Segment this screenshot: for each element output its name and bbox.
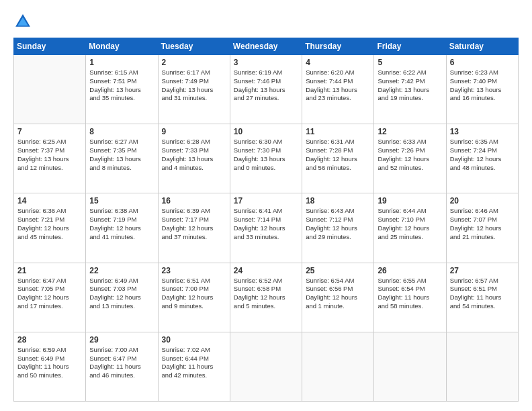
cell-info: and 50 minutes. <box>17 371 82 380</box>
cell-info: Sunset: 7:03 PM <box>89 285 154 293</box>
day-number: 24 <box>234 266 298 275</box>
calendar-cell <box>230 332 302 401</box>
logo-icon <box>13 12 32 31</box>
cell-info: Sunrise: 6:49 AM <box>89 277 154 285</box>
cell-info: Daylight: 12 hours <box>89 224 154 233</box>
cell-info: Sunrise: 6:30 AM <box>234 138 298 146</box>
day-number: 17 <box>234 196 298 205</box>
cell-info: Daylight: 13 hours <box>162 155 226 164</box>
day-number: 12 <box>378 127 442 136</box>
day-number: 8 <box>89 127 154 136</box>
cell-info: and 0 minutes. <box>234 164 298 173</box>
cell-info: Sunrise: 6:23 AM <box>450 68 515 77</box>
cell-info: Sunset: 6:47 PM <box>89 355 154 363</box>
cell-info: and 45 minutes. <box>17 233 82 242</box>
cell-info: Daylight: 11 hours <box>162 363 226 371</box>
cell-info: and 25 minutes. <box>378 233 442 242</box>
calendar-cell: 13Sunrise: 6:35 AMSunset: 7:24 PMDayligh… <box>446 124 518 193</box>
cell-info: Daylight: 13 hours <box>450 86 515 95</box>
calendar-cell: 29Sunrise: 7:00 AMSunset: 6:47 PMDayligh… <box>86 332 158 401</box>
cell-info: Sunrise: 6:54 AM <box>306 277 370 285</box>
calendar-cell <box>14 55 86 124</box>
calendar-cell: 12Sunrise: 6:33 AMSunset: 7:26 PMDayligh… <box>374 124 446 193</box>
day-number: 23 <box>162 266 226 275</box>
weekday-header-tuesday: Tuesday <box>158 38 230 55</box>
cell-info: Sunrise: 6:38 AM <box>89 207 154 216</box>
weekday-header-wednesday: Wednesday <box>230 38 302 55</box>
day-number: 22 <box>89 266 154 275</box>
cell-info: Sunset: 7:42 PM <box>378 77 442 86</box>
calendar-table: SundayMondayTuesdayWednesdayThursdayFrid… <box>13 38 519 402</box>
day-number: 13 <box>450 127 515 136</box>
weekday-header-sunday: Sunday <box>14 38 86 55</box>
day-number: 30 <box>162 335 226 345</box>
cell-info: Sunrise: 6:57 AM <box>450 277 515 285</box>
cell-info: Daylight: 12 hours <box>306 224 370 233</box>
cell-info: Sunrise: 6:41 AM <box>234 207 298 216</box>
cell-info: Daylight: 12 hours <box>234 224 298 233</box>
cell-info: Sunrise: 6:31 AM <box>306 138 370 146</box>
cell-info: Daylight: 12 hours <box>89 293 154 302</box>
cell-info: Daylight: 12 hours <box>17 293 82 302</box>
cell-info: and 8 minutes. <box>89 164 154 173</box>
day-number: 15 <box>89 196 154 205</box>
day-number: 19 <box>378 196 442 205</box>
calendar-cell: 23Sunrise: 6:51 AMSunset: 7:00 PMDayligh… <box>158 263 230 332</box>
cell-info: Sunset: 7:28 PM <box>306 146 370 155</box>
cell-info: Sunrise: 7:02 AM <box>162 346 226 355</box>
calendar-cell: 6Sunrise: 6:23 AMSunset: 7:40 PMDaylight… <box>446 55 518 124</box>
weekday-header-thursday: Thursday <box>302 38 374 55</box>
logo <box>13 12 35 31</box>
cell-info: and 41 minutes. <box>89 233 154 242</box>
calendar-cell: 19Sunrise: 6:44 AMSunset: 7:10 PMDayligh… <box>374 193 446 263</box>
weekday-header-saturday: Saturday <box>446 38 518 55</box>
day-number: 25 <box>306 266 370 275</box>
calendar-cell: 4Sunrise: 6:20 AMSunset: 7:44 PMDaylight… <box>302 55 374 124</box>
cell-info: Sunset: 7:26 PM <box>378 146 442 155</box>
calendar-cell: 18Sunrise: 6:43 AMSunset: 7:12 PMDayligh… <box>302 193 374 263</box>
cell-info: and 37 minutes. <box>162 233 226 242</box>
cell-info: Daylight: 12 hours <box>450 224 515 233</box>
cell-info: Sunrise: 6:20 AM <box>306 68 370 77</box>
day-number: 14 <box>17 196 82 205</box>
calendar-cell: 30Sunrise: 7:02 AMSunset: 6:44 PMDayligh… <box>158 332 230 401</box>
cell-info: Daylight: 12 hours <box>450 155 515 164</box>
cell-info: Sunset: 7:17 PM <box>162 216 226 224</box>
cell-info: and 56 minutes. <box>306 164 370 173</box>
cell-info: Daylight: 13 hours <box>378 86 442 95</box>
cell-info: Sunrise: 6:33 AM <box>378 138 442 146</box>
cell-info: Sunset: 6:51 PM <box>450 285 515 293</box>
cell-info: and 31 minutes. <box>162 94 226 103</box>
cell-info: Sunset: 6:49 PM <box>17 355 82 363</box>
cell-info: Sunset: 7:00 PM <box>162 285 226 293</box>
calendar-week-2: 7Sunrise: 6:25 AMSunset: 7:37 PMDaylight… <box>14 124 519 193</box>
cell-info: and 9 minutes. <box>162 302 226 311</box>
day-number: 29 <box>89 335 154 345</box>
cell-info: and 16 minutes. <box>450 94 515 103</box>
cell-info: Sunrise: 6:35 AM <box>450 138 515 146</box>
day-number: 18 <box>306 196 370 205</box>
cell-info: Daylight: 12 hours <box>234 293 298 302</box>
cell-info: Daylight: 13 hours <box>89 86 154 95</box>
cell-info: Daylight: 12 hours <box>306 293 370 302</box>
cell-info: and 13 minutes. <box>89 302 154 311</box>
cell-info: and 17 minutes. <box>17 302 82 311</box>
cell-info: Sunset: 6:44 PM <box>162 355 226 363</box>
header <box>13 12 519 31</box>
cell-info: Daylight: 13 hours <box>234 155 298 164</box>
calendar-cell: 25Sunrise: 6:54 AMSunset: 6:56 PMDayligh… <box>302 263 374 332</box>
calendar-cell <box>302 332 374 401</box>
calendar-cell: 16Sunrise: 6:39 AMSunset: 7:17 PMDayligh… <box>158 193 230 263</box>
cell-info: Sunrise: 6:47 AM <box>17 277 82 285</box>
cell-info: Sunrise: 6:44 AM <box>378 207 442 216</box>
cell-info: Sunset: 6:58 PM <box>234 285 298 293</box>
cell-info: and 19 minutes. <box>378 94 442 103</box>
calendar-cell: 22Sunrise: 6:49 AMSunset: 7:03 PMDayligh… <box>86 263 158 332</box>
calendar-cell: 17Sunrise: 6:41 AMSunset: 7:14 PMDayligh… <box>230 193 302 263</box>
calendar-cell: 5Sunrise: 6:22 AMSunset: 7:42 PMDaylight… <box>374 55 446 124</box>
cell-info: Sunrise: 6:59 AM <box>17 346 82 355</box>
day-number: 10 <box>234 127 298 136</box>
cell-info: Daylight: 12 hours <box>162 224 226 233</box>
cell-info: Daylight: 11 hours <box>89 363 154 371</box>
calendar-cell: 24Sunrise: 6:52 AMSunset: 6:58 PMDayligh… <box>230 263 302 332</box>
